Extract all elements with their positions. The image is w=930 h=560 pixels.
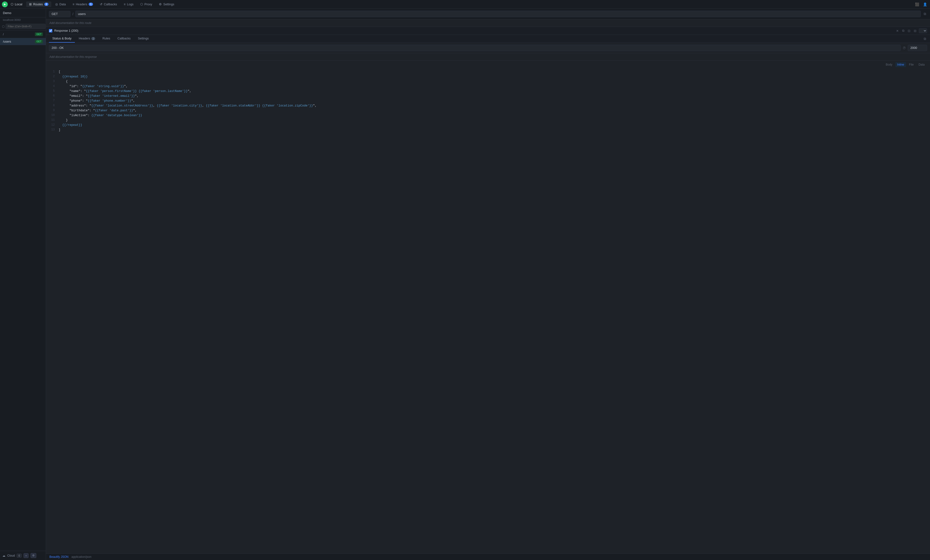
body-section: Body Inline File Data 1[2 {{#repeat 10}}…: [46, 61, 930, 554]
url-bar: GET POST PUT PATCH DELETE / ⧉: [46, 9, 930, 19]
tab-copy-button[interactable]: ⧉: [923, 36, 927, 42]
bottom-bar: Beautify JSON application/json: [46, 554, 930, 560]
line-number: 2: [48, 74, 55, 79]
response-collapse-button[interactable]: ⊟: [913, 28, 918, 33]
code-line: 11 }: [46, 118, 930, 123]
line-content: "birthdate": "{{faker 'date.past'}}",: [59, 108, 137, 113]
nav-tab-callbacks[interactable]: ↺ Callbacks: [97, 2, 120, 7]
url-path-input[interactable]: [75, 11, 921, 17]
sidebar: Demo localhost:3000/ ⬡ / GET /users GET …: [0, 9, 46, 560]
sidebar-header: Demo: [0, 9, 46, 17]
code-line: 6 "email": "{{faker 'internet.email'}}",: [46, 94, 930, 98]
code-line: 13]: [46, 127, 930, 132]
code-line: 5 "name": "{{faker 'person.firstName'}} …: [46, 89, 930, 94]
line-content: "name": "{{faker 'person.firstName'}} {{…: [59, 89, 191, 94]
response-dropdown[interactable]: [919, 28, 927, 33]
proxy-icon: ⬡: [140, 2, 143, 6]
code-line: 12 {{/repeat}}: [46, 123, 930, 127]
nav-tab-proxy[interactable]: ⬡ Proxy: [137, 2, 155, 7]
sidebar-add-button[interactable]: +: [23, 553, 28, 558]
user-button[interactable]: 👤: [922, 2, 928, 7]
tab-status-body[interactable]: Status & Body: [49, 35, 75, 43]
response-expand-button[interactable]: ⊡: [907, 28, 912, 33]
copy-url-button[interactable]: ⧉: [923, 11, 927, 17]
code-line: 8 "address": "{{faker 'location.streetAd…: [46, 103, 930, 108]
mime-type: application/json: [71, 555, 92, 558]
line-number: 5: [48, 89, 55, 94]
code-line: 7 "phone": "{{faker 'phone.number'}}",: [46, 98, 930, 103]
tab-callbacks[interactable]: Callbacks: [114, 35, 134, 43]
code-line: 3 {: [46, 79, 930, 84]
route-doc[interactable]: Add documentation for this route: [46, 19, 930, 27]
terminal-button[interactable]: ⬛: [914, 2, 920, 7]
tabs-bar: Status & Body Headers 1 Rules Callbacks …: [46, 35, 930, 43]
line-content: "id": "{{faker 'string.uuid'}}",: [59, 84, 128, 89]
line-number: 6: [48, 94, 55, 98]
line-number: 7: [48, 98, 55, 103]
logs-icon: ≡: [124, 3, 125, 6]
sidebar-bottom: ☁ Cloud 0 + ⚙: [0, 551, 46, 560]
url-slash: /: [72, 12, 73, 16]
line-number: 13: [48, 127, 55, 132]
top-nav: ▶ ⬡ Local ⊞ Routes 2 ◎ Data ≡ Headers 1 …: [0, 0, 930, 9]
route-item-root[interactable]: / GET: [0, 31, 46, 38]
cloud-icon: ☁: [2, 554, 5, 557]
route-item-users[interactable]: /users GET: [0, 38, 46, 45]
content-area: GET POST PUT PATCH DELETE / ⧉ Add docume…: [46, 9, 930, 560]
tab-settings[interactable]: Settings: [134, 35, 152, 43]
line-content: "isActive": {{faker 'datatype.boolean'}}: [59, 113, 142, 118]
callbacks-icon: ↺: [100, 2, 102, 6]
line-number: 8: [48, 103, 55, 108]
mode-body-button[interactable]: Body: [884, 62, 894, 67]
filter-input[interactable]: [6, 24, 46, 29]
line-content: ]: [59, 127, 60, 132]
cloud-badge: 0: [17, 554, 22, 558]
status-section: 200 - OK 201 - Created 400 - Bad Request…: [46, 43, 930, 53]
routes-icon: ⊞: [29, 2, 32, 6]
nav-tab-data[interactable]: ◎ Data: [52, 2, 69, 7]
mode-data-button[interactable]: Data: [917, 62, 927, 67]
line-number: 1: [48, 69, 55, 74]
route-method-users: GET: [35, 40, 43, 43]
response-title: Response 1 (200): [54, 29, 893, 32]
response-checkbox[interactable]: [49, 29, 52, 32]
cloud-label: Cloud: [7, 554, 15, 557]
line-number: 12: [48, 123, 55, 127]
route-method-root: GET: [35, 32, 43, 36]
mode-file-button[interactable]: File: [907, 62, 916, 67]
response-close-button[interactable]: ✕: [895, 28, 900, 33]
nav-tab-settings[interactable]: ⚙ Settings: [156, 2, 177, 7]
tab-right-actions: ⧉: [923, 36, 927, 42]
nav-tab-routes[interactable]: ⊞ Routes 2: [26, 2, 51, 7]
response-copy-button[interactable]: ⧉: [901, 28, 905, 33]
settings-icon: ⚙: [159, 2, 162, 6]
sidebar-host: localhost:3000/: [0, 17, 46, 22]
line-content: {: [59, 79, 68, 84]
route-path-root: /: [3, 33, 4, 36]
app-icon: ⬡: [11, 2, 13, 6]
code-line: 1[: [46, 69, 930, 74]
code-editor[interactable]: 1[2 {{#repeat 10}}3 {4 "id": "{{faker 's…: [46, 69, 930, 554]
line-content: "phone": "{{faker 'phone.number'}}",: [59, 98, 135, 103]
code-line: 2 {{#repeat 10}}: [46, 74, 930, 79]
beautify-link[interactable]: Beautify JSON: [49, 555, 69, 558]
response-doc[interactable]: Add documentation for this response: [46, 53, 930, 61]
play-button[interactable]: ▶: [2, 2, 8, 7]
method-select[interactable]: GET POST PUT PATCH DELETE: [49, 11, 71, 17]
tab-rules[interactable]: Rules: [99, 35, 114, 43]
line-content: "email": "{{faker 'internet.email'}}",: [59, 94, 139, 98]
delay-input[interactable]: 2000: [908, 45, 927, 51]
body-mode-bar: Body Inline File Data: [46, 61, 930, 69]
route-path-users: /users: [3, 40, 11, 43]
mode-inline-button[interactable]: Inline: [895, 62, 906, 67]
sidebar-settings-button[interactable]: ⚙: [31, 553, 36, 558]
nav-tab-logs[interactable]: ≡ Logs: [121, 2, 136, 7]
demo-label: Demo: [3, 11, 11, 15]
app-title: ⬡ Local: [9, 2, 24, 6]
nav-tab-headers[interactable]: ≡ Headers 1: [70, 2, 96, 7]
line-number: 10: [48, 113, 55, 118]
tab-headers[interactable]: Headers 1: [75, 35, 99, 43]
code-line: 4 "id": "{{faker 'string.uuid'}}",: [46, 84, 930, 89]
status-select[interactable]: 200 - OK 201 - Created 400 - Bad Request…: [49, 45, 901, 51]
line-number: 9: [48, 108, 55, 113]
